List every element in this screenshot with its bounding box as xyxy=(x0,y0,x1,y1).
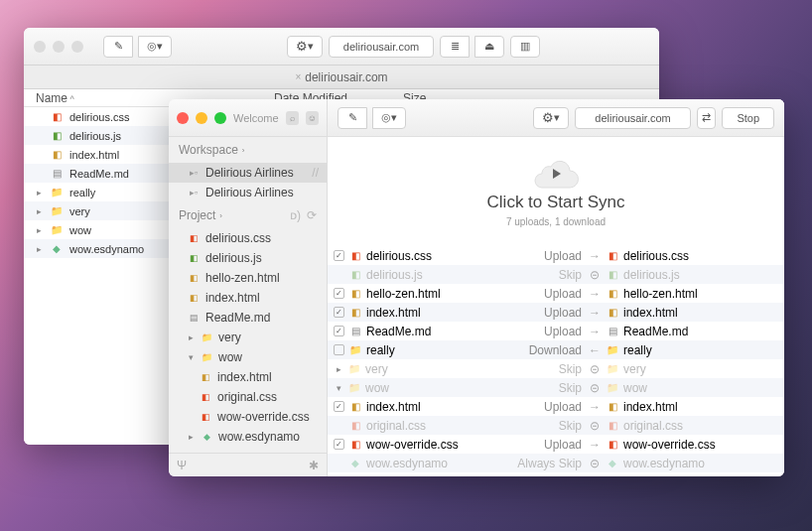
local-name: delirious.css xyxy=(366,249,432,263)
sync-hero[interactable]: Click to Start Sync 7 uploads, 1 downloa… xyxy=(328,137,784,246)
traffic-lights xyxy=(34,41,83,53)
close-dot[interactable] xyxy=(34,41,46,53)
view-list-button[interactable]: ≣ xyxy=(440,36,470,58)
project-item[interactable]: ◧delirious.js xyxy=(169,248,327,268)
sync-checkbox[interactable] xyxy=(334,439,344,450)
nav-back-button[interactable]: ✎ xyxy=(103,36,133,58)
sync-row[interactable]: ▸📁verySkip⊝📁very xyxy=(328,359,784,378)
disclosure-icon[interactable]: ▸ xyxy=(34,206,44,216)
sync-row[interactable]: ◧delirious.cssUpload→◧delirious.css xyxy=(328,246,784,265)
file-name: index.html xyxy=(69,149,119,161)
project-item[interactable]: ▤ReadMe.md xyxy=(169,308,327,328)
project-item[interactable]: ◧delirious.css xyxy=(169,228,327,248)
project-item[interactable]: ◧original.css xyxy=(169,387,327,407)
project-item[interactable]: ▸◆wow.esdynamo xyxy=(169,427,327,447)
project-label: original.css xyxy=(217,390,277,404)
project-item[interactable]: ◧wow-override.css xyxy=(169,407,327,427)
project-item[interactable]: ◧hello-zen.html xyxy=(169,268,327,288)
zoom-dot[interactable] xyxy=(71,41,83,53)
smile-icon[interactable]: ☺ xyxy=(306,111,319,125)
action-menu-button[interactable]: ⚙︎▾ xyxy=(533,107,569,129)
refresh-icon[interactable]: ⟳ xyxy=(307,208,317,222)
filter-icon[interactable]: Ψ xyxy=(177,459,187,472)
project-item[interactable]: ◧index.html xyxy=(169,288,327,308)
arrow-icon: ⊝ xyxy=(586,419,604,433)
disclosure-icon[interactable]: ▸ xyxy=(34,244,44,254)
sync-checkbox[interactable] xyxy=(334,288,344,299)
server-address[interactable]: deliriousair.com xyxy=(575,107,692,129)
arrow-icon: → xyxy=(586,438,604,452)
sync-row[interactable]: ◧delirious.jsSkip⊝◧delirious.js xyxy=(328,265,784,284)
sync-checkbox[interactable] xyxy=(334,307,344,318)
disclosure-icon[interactable]: ▸ xyxy=(187,432,195,442)
search-icon[interactable]: ⌕ xyxy=(286,111,299,125)
md-icon: ▤ xyxy=(50,167,64,181)
project-item[interactable]: ▸📁very xyxy=(169,328,327,347)
view-columns-button[interactable]: ▥ xyxy=(510,36,540,58)
sync-row[interactable]: ◧index.htmlUpload→◧index.html xyxy=(328,303,784,322)
folder-icon: 📁 xyxy=(200,350,213,364)
action-menu-button[interactable]: ⚙︎▾ xyxy=(287,36,323,58)
esp-icon: ◆ xyxy=(50,242,64,256)
address-field[interactable]: deliriousair.com xyxy=(329,36,434,58)
stop-button[interactable]: Stop xyxy=(722,107,774,129)
sync-row[interactable]: ◧original.cssSkip⊝◧original.css xyxy=(328,416,784,435)
preview-button[interactable]: ◎▾ xyxy=(372,107,406,129)
sync-row[interactable]: ▤ReadMe.mdUpload→▤ReadMe.md xyxy=(328,322,784,340)
close-tab-icon[interactable]: × xyxy=(295,71,301,82)
local-name: wow-override.css xyxy=(366,438,459,452)
file-name: delirious.js xyxy=(69,130,121,142)
sync-checkbox[interactable] xyxy=(334,401,344,412)
workspace-item[interactable]: ▸▫Delirious Airlines xyxy=(169,183,327,202)
sync-action: Upload xyxy=(501,400,586,414)
tab-label: deliriousair.com xyxy=(305,70,387,84)
project-label: delirious.css xyxy=(205,231,271,245)
sync-action: Download xyxy=(501,343,586,357)
esp-icon: ◆ xyxy=(200,430,213,444)
project-item[interactable]: ◧index.html xyxy=(169,367,327,387)
disclosure-icon[interactable]: ▸ xyxy=(34,225,44,235)
sync-row[interactable]: ◧hello-zen.htmlUpload→◧hello-zen.html xyxy=(328,284,784,303)
sync-checkbox[interactable] xyxy=(334,250,344,261)
minimize-dot[interactable] xyxy=(53,41,65,53)
css-icon: ◧ xyxy=(187,231,201,245)
css-icon: ◧ xyxy=(348,249,362,263)
file-name: really xyxy=(69,187,95,199)
css-icon: ◧ xyxy=(348,438,362,452)
arrow-icon: ⊝ xyxy=(586,457,604,470)
sync-checkbox[interactable] xyxy=(334,326,344,336)
view-eject-button[interactable]: ⏏ xyxy=(474,36,504,58)
disclosure-icon[interactable]: ▸ xyxy=(187,332,195,342)
project-item[interactable]: ▾📁wow xyxy=(169,347,327,367)
sync-row[interactable]: ▾📁wowSkip⊝📁wow xyxy=(328,378,784,397)
folder-icon: 📁 xyxy=(606,381,619,395)
tab-deliriousair[interactable]: ×deliriousair.com xyxy=(278,66,404,88)
sync-row[interactable]: ◆wow.esdynamoAlways Skip⊝◆wow.esdynamo xyxy=(328,454,784,472)
disclosure-icon[interactable]: ▾ xyxy=(187,352,195,362)
disclosure-icon[interactable]: ▸ xyxy=(34,188,44,198)
dynamo-icon[interactable]: ᴅ) xyxy=(290,208,301,222)
close-dot[interactable] xyxy=(177,112,189,124)
disclosure-icon[interactable]: ▾ xyxy=(334,383,343,393)
remote-name: really xyxy=(623,343,652,357)
remote-name: very xyxy=(623,362,646,376)
sync-row[interactable]: 📁reallyDownload←📁really xyxy=(328,340,784,359)
edit-button[interactable]: ✎ xyxy=(338,107,367,129)
minimize-dot[interactable] xyxy=(196,112,207,124)
html-icon: ◧ xyxy=(199,370,212,384)
sync-direction-button[interactable]: ⇄ xyxy=(697,107,716,129)
settings-icon[interactable]: ✱ xyxy=(309,459,319,472)
remote-name: wow-override.css xyxy=(623,438,716,452)
sync-row[interactable]: ◧index.htmlUpload→◧index.html xyxy=(328,397,784,416)
sync-title: Click to Start Sync xyxy=(487,193,625,212)
remote-name: hello-zen.html xyxy=(623,287,698,301)
sync-checkbox[interactable] xyxy=(334,344,344,355)
workspace-item[interactable]: ▸▫Delirious Airlines// xyxy=(169,163,327,183)
disclosure-icon[interactable]: ▸ xyxy=(334,364,343,374)
sync-row[interactable]: ◧wow-override.cssUpload→◧wow-override.cs… xyxy=(328,435,784,454)
sync-toolbar: ✎ ◎▾ ⚙︎▾ deliriousair.com ⇄ Stop xyxy=(328,99,784,137)
zoom-dot[interactable] xyxy=(214,112,226,124)
js-icon: ◧ xyxy=(50,129,64,143)
nav-forward-button[interactable]: ◎▾ xyxy=(138,36,172,58)
local-name: index.html xyxy=(366,400,421,414)
